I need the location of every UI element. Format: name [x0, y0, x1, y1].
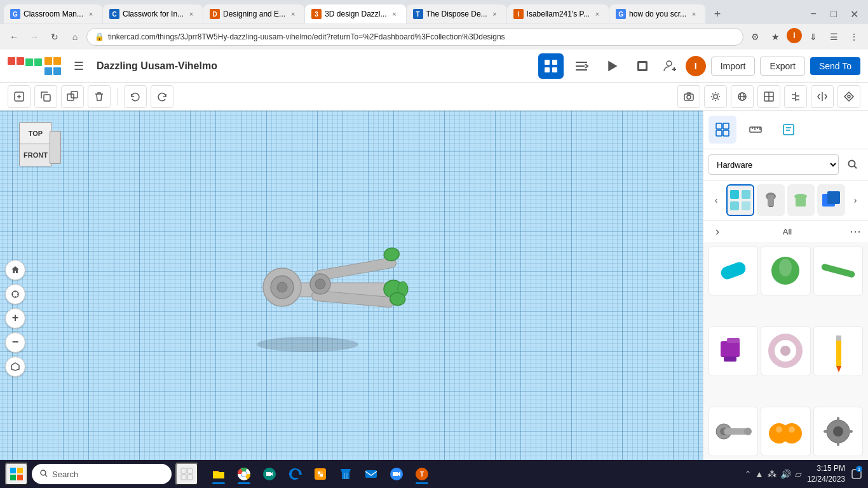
shape-item-gear[interactable] [813, 407, 863, 456]
export-button[interactable]: Export [760, 57, 804, 76]
maximize-button[interactable]: □ [825, 5, 843, 23]
tab-3[interactable]: D Designing and E... × [203, 4, 304, 24]
home-button[interactable]: ⌂ [66, 28, 84, 46]
taskbar-icon-chrome[interactable] [233, 463, 255, 485]
menu-hamburger[interactable]: ☰ [71, 57, 86, 76]
copy-button[interactable] [34, 85, 57, 108]
taskbar-icon-music[interactable] [309, 463, 332, 485]
profile-button[interactable]: I [787, 28, 802, 43]
tab-6[interactable]: I Isabellam241's P... × [507, 4, 609, 24]
shape-item-pencil[interactable] [813, 326, 863, 376]
taskbar-icon-edge[interactable] [283, 463, 306, 485]
tab-close-5[interactable]: × [490, 9, 500, 19]
simulation-button[interactable] [599, 53, 625, 79]
grid-view-button[interactable] [538, 53, 564, 79]
tray-network[interactable]: ⁂ [768, 469, 776, 479]
tab-close-1[interactable]: × [86, 9, 96, 19]
taskbar-icon-tinkercad[interactable]: T [410, 463, 433, 485]
add-user-button[interactable] [660, 56, 681, 76]
address-bar[interactable]: 🔒 tinkercad.com/things/3Jprr8TW5Hy-dazzl… [86, 28, 743, 46]
tray-clock[interactable]: 3:15 PM 12/24/2023 [807, 463, 845, 485]
taskbar-icon-store[interactable] [334, 463, 357, 485]
cat-prev-button[interactable]: ‹ [709, 193, 724, 208]
search-shapes-button[interactable] [843, 154, 863, 175]
camera-button[interactable] [677, 85, 700, 108]
mirror-button[interactable] [811, 85, 834, 108]
send-to-button[interactable]: Send To [810, 57, 860, 75]
fit-view-button[interactable] [5, 284, 25, 304]
cat-next-button[interactable]: › [848, 193, 863, 208]
panel-tab-grid[interactable] [709, 116, 736, 144]
grid-button[interactable] [757, 85, 780, 108]
cat-item-shapes[interactable] [817, 184, 845, 216]
tray-chevron[interactable]: ⌃ [745, 470, 751, 478]
redo-button[interactable] [151, 85, 173, 108]
tab-2[interactable]: C Classwork for In... × [103, 4, 203, 24]
taskbar-icon-zoom[interactable] [385, 463, 408, 485]
zoom-in-button[interactable]: + [5, 308, 25, 329]
panel-tab-ruler[interactable] [742, 116, 770, 144]
delete-button[interactable] [88, 85, 111, 108]
cube-side-face[interactable] [50, 131, 61, 164]
tab-close-6[interactable]: × [592, 9, 602, 19]
cat-item-bolts[interactable] [787, 184, 815, 216]
cube-top-face[interactable]: TOP [19, 122, 52, 145]
new-design-button[interactable] [8, 85, 31, 108]
tinkercad-logo[interactable] [8, 57, 61, 75]
cube-front-face[interactable]: FRONT [19, 144, 52, 166]
tab-close-3[interactable]: × [288, 9, 298, 19]
download-button[interactable]: ⇓ [804, 28, 822, 46]
shape-item-ball[interactable] [761, 246, 810, 295]
tab-close-2[interactable]: × [186, 9, 196, 19]
zoom-out-button[interactable]: − [5, 332, 25, 353]
panel-collapse-button[interactable]: › [710, 225, 725, 238]
taskbar-icon-explorer[interactable] [207, 463, 230, 485]
import-button[interactable]: Import [711, 57, 756, 76]
ruler-button[interactable] [837, 85, 860, 108]
tab-close-4[interactable]: × [390, 9, 400, 19]
align-button[interactable] [784, 85, 807, 108]
panel-tab-notes[interactable] [775, 116, 803, 144]
shape-item-block[interactable] [709, 326, 758, 376]
shape-item-oranges[interactable] [761, 407, 810, 456]
start-button[interactable] [5, 463, 28, 485]
taskbar-search[interactable]: Search [32, 464, 172, 484]
new-tab-button[interactable]: + [709, 5, 726, 23]
more-options-button[interactable]: ⋮ [845, 28, 863, 46]
tab-5[interactable]: T The Dispose De... × [407, 4, 506, 24]
bookmark-button[interactable]: ★ [766, 28, 784, 46]
shape-item-rod[interactable] [813, 246, 863, 295]
tab-1[interactable]: G Classroom Man... × [4, 4, 102, 24]
cat-item-featured[interactable] [726, 184, 754, 216]
back-button[interactable]: ← [5, 28, 23, 46]
duplicate-button[interactable] [61, 85, 84, 108]
ortho-button[interactable] [5, 356, 25, 377]
codeblocks-button[interactable] [569, 53, 594, 79]
user-avatar[interactable]: I [686, 56, 706, 76]
forward-button[interactable]: → [25, 28, 43, 46]
reload-button[interactable]: ↻ [46, 28, 64, 46]
pcb-button[interactable] [630, 53, 655, 79]
shape-item-bolt[interactable] [709, 246, 758, 295]
notification-center[interactable]: 1 [850, 463, 863, 485]
sidebar-toggle[interactable]: ☰ [825, 28, 843, 46]
taskbar-icon-videocall[interactable] [258, 463, 281, 485]
undo-button[interactable] [124, 85, 147, 108]
category-select[interactable]: Hardware [709, 154, 839, 175]
view-cube[interactable]: TOP FRONT [10, 121, 61, 172]
tab-7[interactable]: G how do you scr... × [609, 4, 705, 24]
more-options-panel[interactable]: ⋯ [850, 224, 862, 238]
light-button[interactable] [704, 85, 727, 108]
tray-sound[interactable]: 🔊 [780, 469, 791, 479]
task-view-button[interactable] [175, 463, 198, 485]
tab-close-7[interactable]: × [689, 9, 699, 19]
home-view-button[interactable] [5, 260, 25, 280]
cat-item-screws[interactable] [757, 184, 785, 216]
close-button[interactable]: ✕ [845, 5, 863, 23]
shape-button[interactable] [731, 85, 754, 108]
extension-button[interactable]: ⚙ [746, 28, 764, 46]
shape-item-coil[interactable] [761, 326, 810, 376]
shape-item-wrench[interactable] [709, 407, 758, 456]
minimize-button[interactable]: − [804, 5, 822, 23]
taskbar-icon-mail[interactable] [360, 463, 383, 485]
